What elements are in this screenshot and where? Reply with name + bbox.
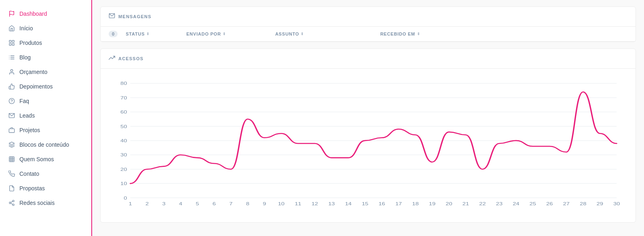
svg-marker-16: [9, 142, 14, 145]
svg-text:9: 9: [263, 201, 266, 206]
svg-text:20: 20: [446, 201, 452, 206]
sidebar-item-projetos[interactable]: Projetos: [0, 123, 91, 137]
phone-icon: [8, 170, 15, 177]
trending-icon: [109, 55, 115, 63]
svg-text:28: 28: [580, 201, 586, 206]
sidebar-item-blocos[interactable]: Blocos de conteúdo: [0, 137, 91, 152]
envelope-icon: [8, 112, 15, 119]
list-icon: [8, 54, 15, 61]
svg-text:15: 15: [362, 201, 368, 206]
svg-line-21: [11, 203, 13, 204]
svg-text:2: 2: [145, 201, 149, 206]
svg-text:16: 16: [379, 201, 385, 206]
acessos-chart: 0102030405060708012345678910111213141516…: [109, 75, 627, 214]
svg-text:60: 60: [120, 110, 127, 115]
svg-text:29: 29: [597, 201, 603, 206]
sidebar-label-propostas: Propostas: [19, 185, 45, 192]
sidebar-label-blog: Blog: [19, 54, 31, 61]
sort-icon-subject: ⇕: [301, 32, 304, 36]
svg-text:30: 30: [613, 201, 620, 206]
svg-text:20: 20: [120, 167, 127, 172]
col-received-at[interactable]: RECEBIDO EM ⇕: [380, 32, 627, 36]
svg-rect-15: [9, 129, 14, 133]
svg-text:1: 1: [128, 201, 132, 206]
svg-rect-17: [9, 157, 14, 162]
sort-icon-received: ⇕: [417, 32, 421, 36]
sidebar-item-orcamento[interactable]: Orçamento: [0, 65, 91, 79]
col-subject[interactable]: ASSUNTO ⇕: [275, 32, 380, 36]
svg-text:0: 0: [124, 195, 127, 200]
svg-point-11: [11, 70, 13, 72]
svg-rect-4: [12, 43, 14, 45]
sidebar-label-produtos: Produtos: [19, 40, 42, 46]
svg-text:7: 7: [229, 201, 232, 206]
thumbsup-icon: [8, 83, 15, 90]
sidebar-item-propostas[interactable]: Propostas: [0, 181, 91, 196]
svg-text:80: 80: [120, 81, 127, 86]
acessos-header: ACESSOS: [101, 49, 636, 69]
svg-text:4: 4: [179, 201, 182, 206]
sidebar-label-quemsomos: Quem Somos: [19, 156, 54, 162]
sidebar-label-orcamento: Orçamento: [19, 69, 47, 75]
svg-text:6: 6: [213, 201, 216, 206]
sidebar-label-dashboard: Dashboard: [19, 11, 47, 17]
svg-text:8: 8: [246, 201, 249, 206]
sidebar-label-faq: Faq: [19, 98, 29, 104]
layers-icon: [8, 141, 15, 148]
sidebar-item-depoimentos[interactable]: Depoimentos: [0, 79, 91, 94]
help-icon: [8, 97, 15, 105]
svg-rect-2: [12, 40, 14, 42]
col-status[interactable]: STATUS ⇕: [126, 32, 186, 36]
sidebar: Dashboard Início Produtos Blog Orçamento…: [0, 0, 92, 236]
svg-text:25: 25: [530, 201, 536, 206]
sidebar-item-quemsomos[interactable]: Quem Somos: [0, 152, 91, 166]
sidebar-item-inicio[interactable]: Início: [0, 21, 91, 36]
sort-icon-status: ⇕: [146, 32, 150, 36]
sidebar-item-faq[interactable]: Faq: [0, 94, 91, 108]
messages-title: MENSAGENS: [118, 14, 152, 19]
acessos-title: ACESSOS: [118, 56, 143, 61]
sidebar-label-depoimentos: Depoimentos: [19, 83, 53, 90]
sidebar-item-leads[interactable]: Leads: [0, 108, 91, 123]
svg-text:27: 27: [563, 201, 570, 206]
svg-text:22: 22: [479, 201, 486, 206]
svg-text:10: 10: [278, 201, 284, 206]
svg-text:11: 11: [295, 201, 301, 206]
svg-line-22: [11, 201, 13, 202]
sidebar-label-contato: Contato: [19, 171, 39, 177]
sidebar-label-inicio: Início: [19, 25, 33, 32]
sidebar-item-dashboard[interactable]: Dashboard: [0, 6, 91, 21]
svg-text:10: 10: [120, 181, 127, 186]
sidebar-item-redessociais[interactable]: Redes sociais: [0, 196, 91, 210]
col-sent-by[interactable]: ENVIADO POR ⇕: [186, 32, 275, 36]
sidebar-label-leads: Leads: [19, 112, 35, 119]
svg-text:5: 5: [196, 201, 199, 206]
acessos-panel: ACESSOS 01020304050607080123456789101112…: [100, 48, 636, 223]
svg-text:13: 13: [328, 201, 335, 206]
sidebar-label-projetos: Projetos: [19, 127, 40, 133]
sidebar-item-contato[interactable]: Contato: [0, 166, 91, 181]
messages-panel-header: MENSAGENS: [101, 7, 636, 27]
svg-text:21: 21: [462, 201, 469, 206]
envelope-icon: [109, 13, 115, 21]
messages-table-header: 0 STATUS ⇕ ENVIADO POR ⇕ ASSUNTO ⇕ RECEB…: [101, 27, 636, 42]
sidebar-item-blog[interactable]: Blog: [0, 50, 91, 65]
svg-text:12: 12: [311, 201, 318, 206]
svg-rect-1: [9, 40, 11, 42]
sidebar-item-produtos[interactable]: Produtos: [0, 36, 91, 50]
chart-container: 0102030405060708012345678910111213141516…: [101, 69, 636, 222]
flag-icon: [8, 10, 15, 17]
svg-text:30: 30: [120, 152, 127, 158]
svg-text:70: 70: [120, 95, 127, 100]
file-icon: [8, 185, 15, 192]
svg-text:24: 24: [513, 201, 519, 206]
svg-text:40: 40: [120, 138, 127, 143]
svg-text:50: 50: [120, 124, 127, 129]
svg-text:19: 19: [429, 201, 435, 206]
sort-icon-sent: ⇕: [223, 32, 226, 36]
briefcase-icon: [8, 126, 15, 134]
svg-text:23: 23: [496, 201, 503, 206]
svg-text:18: 18: [412, 201, 419, 206]
messages-panel: MENSAGENS 0 STATUS ⇕ ENVIADO POR ⇕ ASSUN…: [100, 6, 636, 42]
building-icon: [8, 156, 15, 163]
